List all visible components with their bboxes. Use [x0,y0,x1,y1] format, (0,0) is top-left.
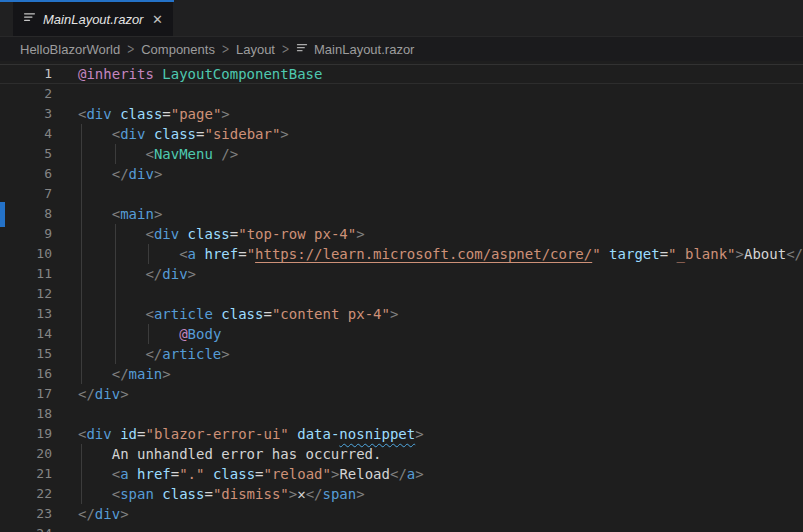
code-line-content[interactable]: <article class="content px-4"> [78,304,803,324]
code-line-content[interactable]: <NavMenu /> [78,144,803,164]
indent-guide [81,344,82,364]
line-number[interactable]: 3 [0,104,52,124]
code-line-content[interactable]: An unhandled error has occurred. [78,444,803,464]
line-number[interactable]: 19 [0,424,52,444]
code-line: 12 [0,284,803,304]
line-number[interactable]: 16 [0,364,52,384]
code-line-content[interactable]: </div> [78,384,803,404]
code-token: </ [145,346,162,362]
code-token: < [112,126,120,142]
code-token [78,246,179,262]
line-number[interactable]: 14 [0,324,52,344]
code-token: target [609,246,660,262]
code-line-content[interactable] [78,524,803,532]
code-token: > [356,226,364,242]
line-number[interactable]: 23 [0,504,52,524]
code-line: 14 @Body [0,324,803,344]
line-number[interactable]: 15 [0,344,52,364]
code-token [78,206,112,222]
line-number[interactable]: 22 [0,484,52,504]
line-number[interactable]: 12 [0,284,52,304]
code-line-content[interactable]: <main> [78,204,803,224]
code-line-content[interactable]: @inherits LayoutComponentBase [78,64,803,84]
code-line: 13 <article class="content px-4"> [0,304,803,324]
code-line-content[interactable]: <div id="blazor-error-ui" data-nosnippet… [78,424,803,444]
line-number[interactable]: 21 [0,464,52,484]
indent-guide [81,364,82,384]
line-number[interactable]: 11 [0,264,52,284]
line-number[interactable]: 18 [0,404,52,424]
code-token: > [356,486,364,502]
breadcrumb-separator: > [222,40,229,58]
close-icon[interactable]: ✕ [152,13,163,26]
code-token: < [112,206,120,222]
code-line-content[interactable] [78,404,803,424]
code-line-content[interactable]: <span class="dismiss">✕</span> [78,484,803,504]
code-line-content[interactable]: <a href="." class="reload">Reload</a> [78,464,803,484]
code-token: a [120,466,128,482]
code-token: > [120,506,128,522]
code-line-content[interactable] [78,284,803,304]
indent-guide [81,224,82,244]
code-line-content[interactable]: </div> [78,264,803,284]
line-number[interactable]: 17 [0,384,52,404]
code-line-content[interactable] [78,184,803,204]
code-line-content[interactable]: @Body [78,324,803,344]
code-line-content[interactable]: <div class="top-row px-4"> [78,224,803,244]
line-number[interactable]: 9 [0,224,52,244]
code-token: </ [306,486,323,502]
code-line-content[interactable]: </div> [78,164,803,184]
breadcrumb-item-mainlayout-razor[interactable]: MainLayout.razor [314,42,414,57]
code-token: </ [78,386,95,402]
code-token: > [154,166,162,182]
line-number[interactable]: 4 [0,124,52,144]
code-token: class [154,126,196,142]
line-number[interactable]: 20 [0,444,52,464]
indent-guide [81,124,82,144]
breadcrumb-item-layout[interactable]: Layout [236,42,275,57]
code-token: > [736,246,744,262]
code-line-content[interactable] [78,84,803,104]
line-number[interactable]: 2 [0,84,52,104]
code-line: 10 <a href="https://learn.microsoft.com/… [0,244,803,264]
line-number[interactable]: 1 [0,64,52,84]
code-line-content[interactable]: <div class="sidebar"> [78,124,803,144]
code-line-content[interactable]: </div> [78,504,803,524]
breadcrumb-item-helloblazorworld[interactable]: HelloBlazorWorld [20,42,120,57]
code-line-content[interactable]: <div class="page"> [78,104,803,124]
code-line-content[interactable]: <a href="https://learn.microsoft.com/asp… [78,244,803,264]
code-token [78,266,145,282]
code-token [601,246,609,262]
code-area[interactable]: 1@inherits LayoutComponentBase23<div cla… [0,61,803,532]
line-number[interactable]: 13 [0,304,52,324]
line-number[interactable]: 7 [0,184,52,204]
code-token: An unhandled error has occurred. [112,446,382,462]
code-token: "sidebar" [204,126,280,142]
code-token: ✕ [297,486,305,502]
code-token: > [120,386,128,402]
breadcrumb: HelloBlazorWorld>Components>Layout> Main… [0,37,803,61]
code-token: "top-row px-4" [238,226,356,242]
code-line-content[interactable]: </main> [78,364,803,384]
code-token: href [137,466,171,482]
code-token: "dismiss" [213,486,289,502]
tab-mainlayout-razor[interactable]: MainLayout.razor ✕ [13,2,173,36]
code-token: "reload" [264,466,331,482]
code-token: < [112,466,120,482]
indent-guide [81,324,82,344]
code-token: </ [112,366,129,382]
indent-guide [81,264,82,284]
code-token: main [120,206,154,222]
code-token: > [280,126,288,142]
line-number[interactable]: 8 [0,204,52,224]
code-line-content[interactable]: </article> [78,344,803,364]
code-line: 20 An unhandled error has occurred. [0,444,803,464]
breadcrumb-item-components[interactable]: Components [141,42,215,57]
code-token: class [213,466,255,482]
line-number[interactable]: 10 [0,244,52,264]
line-number[interactable]: 5 [0,144,52,164]
code-token: </ [145,266,162,282]
code-token [78,326,179,342]
line-number[interactable]: 6 [0,164,52,184]
line-number[interactable]: 24 [0,524,52,532]
